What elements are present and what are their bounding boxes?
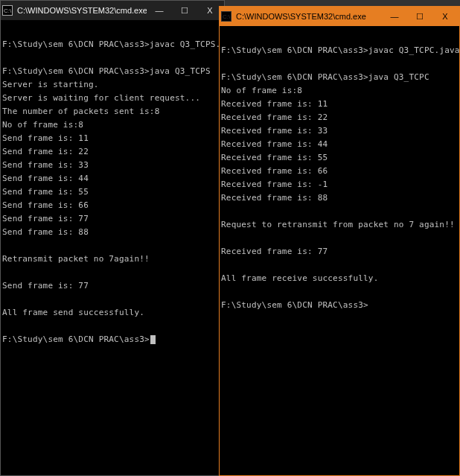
term-line: Received frame is: -1 <box>221 180 328 189</box>
maximize-button[interactable]: ☐ <box>172 2 197 19</box>
window-controls: — ☐ X <box>147 2 223 19</box>
term-line: Received frame is: 88 <box>221 193 328 203</box>
maximize-button[interactable]: ☐ <box>407 8 432 25</box>
titlebar[interactable]: C:\ C:\WINDOWS\SYSTEM32\cmd.exe — ☐ X <box>1 1 224 20</box>
term-line: Send frame is: 44 <box>2 174 89 183</box>
term-line: Send frame is: 88 <box>2 227 89 237</box>
close-button[interactable]: X <box>432 8 458 25</box>
term-line: Retransmit packet no 7again!! <box>2 254 150 264</box>
term-line: The number of packets sent is:8 <box>2 107 160 116</box>
term-line: Send frame is: 22 <box>2 147 89 156</box>
term-line: Send frame is: 11 <box>2 133 89 143</box>
term-line: Received frame is: 33 <box>221 126 328 136</box>
window-title: C:\WINDOWS\SYSTEM32\cmd.exe <box>236 12 382 21</box>
prompt-line[interactable]: F:\Study\sem 6\DCN PRAC\ass3> <box>2 334 156 344</box>
term-line: F:\Study\sem 6\DCN PRAC\ass3>java Q3_TCP… <box>2 66 211 76</box>
minimize-button[interactable]: — <box>147 2 172 19</box>
prompt-line[interactable]: F:\Study\sem 6\DCN PRAC\ass3> <box>221 300 368 310</box>
term-line: Send frame is: 77 <box>2 281 89 291</box>
window-title: C:\WINDOWS\SYSTEM32\cmd.exe <box>17 6 147 15</box>
cursor-icon <box>150 335 156 344</box>
cmd-icon: C:\ <box>221 11 231 22</box>
cmd-icon: C:\ <box>2 5 13 16</box>
cmd-window-client: C:\ C:\WINDOWS\SYSTEM32\cmd.exe — ☐ X F:… <box>219 6 460 476</box>
term-line: Received frame is: 11 <box>221 99 328 109</box>
term-line: F:\Study\sem 6\DCN PRAC\ass3>javac Q3_TC… <box>2 39 224 49</box>
term-line: F:\Study\sem 6\DCN PRAC\ass3>java Q3_TCP… <box>221 72 429 82</box>
term-line: Received frame is: 44 <box>221 139 328 149</box>
term-line: Send frame is: 55 <box>2 187 89 197</box>
prompt-text: F:\Study\sem 6\DCN PRAC\ass3> <box>2 334 150 344</box>
terminal-output-client[interactable]: F:\Study\sem 6\DCN PRAC\ass3>javac Q3_TC… <box>220 26 459 475</box>
cmd-window-server: C:\ C:\WINDOWS\SYSTEM32\cmd.exe — ☐ X F:… <box>0 0 225 476</box>
term-line: Server is waiting for client request... <box>2 93 200 103</box>
titlebar[interactable]: C:\ C:\WINDOWS\SYSTEM32\cmd.exe — ☐ X <box>220 7 459 26</box>
term-line: Received frame is: 55 <box>221 153 328 162</box>
term-line: Send frame is: 66 <box>2 200 89 210</box>
prompt-text: F:\Study\sem 6\DCN PRAC\ass3> <box>221 300 368 310</box>
window-controls: — ☐ X <box>382 8 458 25</box>
term-line: Server is starting. <box>2 80 99 89</box>
term-line: F:\Study\sem 6\DCN PRAC\ass3>javac Q3_TC… <box>221 45 459 55</box>
term-line: Received frame is: 22 <box>221 112 328 122</box>
minimize-button[interactable]: — <box>382 8 407 25</box>
term-line: Received frame is: 77 <box>221 247 328 256</box>
term-line: Send frame is: 77 <box>2 214 89 223</box>
term-line: All frame receive successfully. <box>221 273 379 283</box>
term-line: No of frame is:8 <box>221 86 302 95</box>
term-line: All frame send successfully. <box>2 308 144 317</box>
term-line: No of frame is:8 <box>2 120 83 130</box>
term-line: Send frame is: 33 <box>2 160 89 170</box>
terminal-output-server[interactable]: F:\Study\sem 6\DCN PRAC\ass3>javac Q3_TC… <box>1 20 224 475</box>
term-line: Request to retransmit from packet no 7 a… <box>221 220 455 229</box>
term-line: Received frame is: 66 <box>221 166 328 176</box>
